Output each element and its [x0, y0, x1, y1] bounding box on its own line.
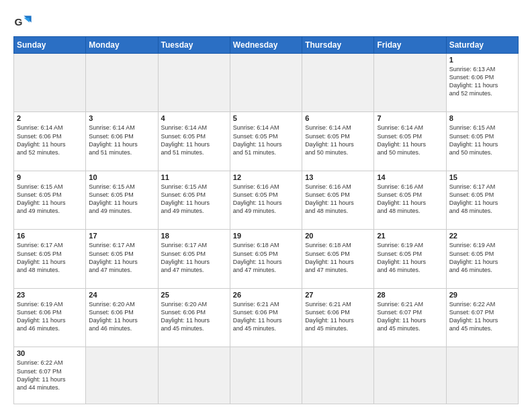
day-number: 18	[161, 232, 227, 240]
day-number: 24	[89, 291, 154, 299]
day-number: 28	[377, 291, 443, 299]
day-number: 23	[17, 291, 83, 299]
weekday-header: Tuesday	[158, 37, 230, 54]
calendar-cell: 13Sunrise: 6:16 AMSunset: 6:05 PMDayligh…	[302, 171, 374, 229]
calendar-cell: 16Sunrise: 6:17 AMSunset: 6:05 PMDayligh…	[14, 230, 86, 288]
day-info: Sunrise: 6:19 AMSunset: 6:06 PMDaylight:…	[17, 300, 83, 333]
weekday-header: Thursday	[302, 37, 374, 54]
day-number: 5	[233, 114, 299, 122]
day-number: 7	[377, 114, 443, 122]
day-info: Sunrise: 6:14 AMSunset: 6:05 PMDaylight:…	[161, 124, 227, 156]
day-info: Sunrise: 6:22 AMSunset: 6:07 PMDaylight:…	[449, 300, 515, 333]
day-number: 15	[449, 173, 515, 181]
calendar-cell	[158, 54, 230, 112]
calendar-cell: 7Sunrise: 6:14 AMSunset: 6:05 PMDaylight…	[374, 112, 446, 171]
day-number: 11	[161, 173, 227, 181]
calendar-cell: 19Sunrise: 6:18 AMSunset: 6:05 PMDayligh…	[230, 230, 302, 288]
day-info: Sunrise: 6:15 AMSunset: 6:05 PMDaylight:…	[17, 183, 83, 216]
day-number: 14	[377, 173, 443, 181]
weekday-header: Friday	[374, 37, 446, 54]
calendar-cell: 15Sunrise: 6:17 AMSunset: 6:05 PMDayligh…	[446, 171, 518, 229]
day-number: 22	[449, 232, 515, 240]
calendar-cell	[230, 347, 302, 404]
day-info: Sunrise: 6:16 AMSunset: 6:05 PMDaylight:…	[233, 183, 299, 216]
day-info: Sunrise: 6:17 AMSunset: 6:05 PMDaylight:…	[17, 241, 83, 274]
weekday-header: Saturday	[446, 37, 518, 54]
calendar-cell: 8Sunrise: 6:15 AMSunset: 6:05 PMDaylight…	[446, 112, 518, 171]
calendar-cell: 12Sunrise: 6:16 AMSunset: 6:05 PMDayligh…	[230, 171, 302, 229]
day-number: 8	[449, 114, 515, 122]
calendar-cell	[230, 54, 302, 112]
header: G	[13, 12, 519, 31]
calendar-cell: 18Sunrise: 6:17 AMSunset: 6:05 PMDayligh…	[158, 230, 230, 288]
calendar-cell: 24Sunrise: 6:20 AMSunset: 6:06 PMDayligh…	[86, 288, 158, 347]
day-info: Sunrise: 6:15 AMSunset: 6:05 PMDaylight:…	[449, 124, 515, 156]
day-number: 30	[17, 349, 83, 357]
calendar-cell: 11Sunrise: 6:15 AMSunset: 6:05 PMDayligh…	[158, 171, 230, 229]
day-info: Sunrise: 6:19 AMSunset: 6:05 PMDaylight:…	[377, 241, 443, 274]
calendar-cell	[302, 347, 374, 404]
calendar-cell: 1Sunrise: 6:13 AMSunset: 6:06 PMDaylight…	[446, 54, 518, 112]
day-number: 6	[305, 114, 371, 122]
day-info: Sunrise: 6:21 AMSunset: 6:07 PMDaylight:…	[377, 300, 443, 333]
calendar-cell	[374, 54, 446, 112]
calendar: SundayMondayTuesdayWednesdayThursdayFrid…	[13, 36, 519, 404]
calendar-cell: 30Sunrise: 6:22 AMSunset: 6:07 PMDayligh…	[14, 347, 86, 404]
day-info: Sunrise: 6:21 AMSunset: 6:06 PMDaylight:…	[305, 300, 371, 333]
calendar-cell: 10Sunrise: 6:15 AMSunset: 6:05 PMDayligh…	[86, 171, 158, 229]
calendar-cell: 6Sunrise: 6:14 AMSunset: 6:05 PMDaylight…	[302, 112, 374, 171]
calendar-cell: 3Sunrise: 6:14 AMSunset: 6:06 PMDaylight…	[86, 112, 158, 171]
day-info: Sunrise: 6:14 AMSunset: 6:05 PMDaylight:…	[233, 124, 299, 156]
calendar-cell	[14, 54, 86, 112]
weekday-header: Wednesday	[230, 37, 302, 54]
calendar-cell	[86, 54, 158, 112]
day-number: 10	[89, 173, 154, 181]
logo: G	[13, 12, 35, 31]
day-number: 16	[17, 232, 83, 240]
calendar-cell	[158, 347, 230, 404]
calendar-cell: 26Sunrise: 6:21 AMSunset: 6:06 PMDayligh…	[230, 288, 302, 347]
calendar-cell	[446, 347, 518, 404]
calendar-cell	[302, 54, 374, 112]
day-number: 20	[305, 232, 371, 240]
calendar-cell: 5Sunrise: 6:14 AMSunset: 6:05 PMDaylight…	[230, 112, 302, 171]
day-info: Sunrise: 6:14 AMSunset: 6:05 PMDaylight:…	[305, 124, 371, 156]
calendar-cell: 20Sunrise: 6:18 AMSunset: 6:05 PMDayligh…	[302, 230, 374, 288]
day-number: 27	[305, 291, 371, 299]
day-info: Sunrise: 6:16 AMSunset: 6:05 PMDaylight:…	[305, 183, 371, 216]
day-number: 3	[89, 114, 154, 122]
day-number: 13	[305, 173, 371, 181]
day-number: 9	[17, 173, 83, 181]
day-info: Sunrise: 6:20 AMSunset: 6:06 PMDaylight:…	[89, 300, 154, 333]
weekday-header: Monday	[86, 37, 158, 54]
calendar-cell: 23Sunrise: 6:19 AMSunset: 6:06 PMDayligh…	[14, 288, 86, 347]
day-info: Sunrise: 6:14 AMSunset: 6:06 PMDaylight:…	[17, 124, 83, 156]
day-info: Sunrise: 6:22 AMSunset: 6:07 PMDaylight:…	[17, 359, 83, 392]
day-info: Sunrise: 6:15 AMSunset: 6:05 PMDaylight:…	[161, 183, 227, 216]
day-number: 4	[161, 114, 227, 122]
logo-icon: G	[13, 12, 32, 31]
day-info: Sunrise: 6:15 AMSunset: 6:05 PMDaylight:…	[89, 183, 154, 216]
day-info: Sunrise: 6:13 AMSunset: 6:06 PMDaylight:…	[449, 65, 515, 98]
day-number: 19	[233, 232, 299, 240]
day-info: Sunrise: 6:19 AMSunset: 6:05 PMDaylight:…	[449, 241, 515, 274]
day-info: Sunrise: 6:21 AMSunset: 6:06 PMDaylight:…	[233, 300, 299, 333]
day-info: Sunrise: 6:14 AMSunset: 6:05 PMDaylight:…	[377, 124, 443, 156]
calendar-cell: 2Sunrise: 6:14 AMSunset: 6:06 PMDaylight…	[14, 112, 86, 171]
calendar-cell: 28Sunrise: 6:21 AMSunset: 6:07 PMDayligh…	[374, 288, 446, 347]
day-number: 21	[377, 232, 443, 240]
calendar-cell: 14Sunrise: 6:16 AMSunset: 6:05 PMDayligh…	[374, 171, 446, 229]
day-info: Sunrise: 6:18 AMSunset: 6:05 PMDaylight:…	[305, 241, 371, 274]
svg-text:G: G	[14, 16, 22, 28]
day-number: 26	[233, 291, 299, 299]
day-info: Sunrise: 6:14 AMSunset: 6:06 PMDaylight:…	[89, 124, 154, 156]
day-info: Sunrise: 6:17 AMSunset: 6:05 PMDaylight:…	[89, 241, 154, 274]
day-info: Sunrise: 6:20 AMSunset: 6:06 PMDaylight:…	[161, 300, 227, 333]
calendar-cell: 4Sunrise: 6:14 AMSunset: 6:05 PMDaylight…	[158, 112, 230, 171]
day-number: 17	[89, 232, 154, 240]
calendar-cell: 17Sunrise: 6:17 AMSunset: 6:05 PMDayligh…	[86, 230, 158, 288]
day-info: Sunrise: 6:16 AMSunset: 6:05 PMDaylight:…	[377, 183, 443, 216]
calendar-cell: 22Sunrise: 6:19 AMSunset: 6:05 PMDayligh…	[446, 230, 518, 288]
calendar-cell: 27Sunrise: 6:21 AMSunset: 6:06 PMDayligh…	[302, 288, 374, 347]
calendar-cell	[86, 347, 158, 404]
